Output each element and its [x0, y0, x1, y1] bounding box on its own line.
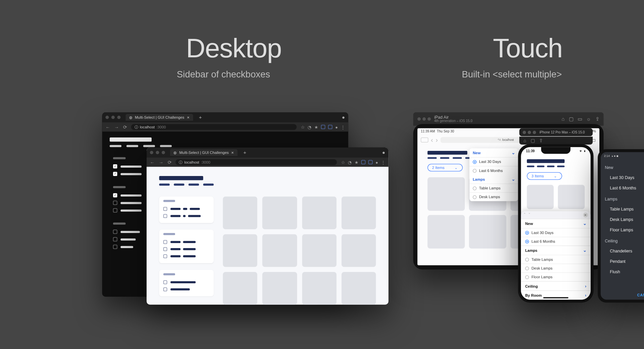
home-icon[interactable]: ⌂	[561, 116, 565, 122]
mic-icon[interactable]: ●	[375, 160, 378, 165]
rotate-icon[interactable]: ▭	[578, 116, 582, 122]
address-field[interactable]: localhost:3000	[131, 124, 297, 130]
window-dot[interactable]	[428, 117, 431, 121]
menu-icon[interactable]: ⋮	[381, 160, 385, 165]
window-dot[interactable]	[162, 151, 165, 154]
ext-icon[interactable]	[361, 160, 366, 164]
optgroup-header[interactable]: Ceiling›	[521, 281, 591, 291]
checkbox-icon[interactable]	[163, 214, 167, 218]
option-row[interactable]: Last 30 Days✓	[605, 172, 644, 183]
checkbox-icon[interactable]	[163, 254, 167, 258]
forward-icon[interactable]: →	[159, 160, 163, 165]
ext-icon[interactable]: ★	[314, 125, 318, 129]
select-dialog[interactable]: New Last 30 Days✓ Last 6 Months✓ Lamps T…	[601, 159, 644, 280]
window-dot[interactable]	[528, 130, 531, 134]
option-row[interactable]: Table Lamps	[605, 204, 644, 214]
option-row[interactable]: Desk Lamps	[470, 192, 518, 201]
result-tile[interactable]	[469, 215, 506, 248]
option-row[interactable]: Pendant	[605, 256, 644, 267]
home-indicator[interactable]	[543, 297, 569, 298]
option-row[interactable]: Table Lamps	[470, 184, 518, 192]
ext-icon[interactable]	[328, 125, 332, 129]
checkbox-icon[interactable]: ✓	[113, 172, 117, 176]
address-field[interactable]: localhost:3000	[175, 159, 337, 165]
share-icon[interactable]: ⇪	[595, 116, 600, 122]
browser-tab[interactable]: ◍ Multi-Select | GUI Challenges ✕	[170, 149, 237, 156]
option-row[interactable]: Table Lamps	[521, 255, 591, 264]
filter-row[interactable]	[163, 286, 210, 293]
result-tile[interactable]	[302, 272, 336, 305]
star-icon[interactable]: ☆	[341, 160, 345, 165]
close-icon[interactable]: ✕	[187, 115, 190, 119]
screenshot-icon[interactable]: ▢	[569, 116, 574, 122]
filter-row[interactable]	[163, 213, 210, 220]
mic-icon[interactable]: ●	[335, 125, 338, 129]
window-dot[interactable]	[106, 116, 109, 119]
optgroup-header[interactable]: Lamps⌄	[521, 246, 591, 255]
checkbox-icon[interactable]	[113, 230, 117, 234]
option-row[interactable]: Last 6 Months	[470, 166, 518, 175]
option-row[interactable]: Desk Lamps	[521, 264, 591, 272]
window-dot[interactable]	[111, 116, 115, 119]
option-row[interactable]: Last 30 Days	[521, 228, 591, 237]
overflow-icon[interactable]: ●	[342, 114, 345, 120]
checkbox-icon[interactable]: ✓	[113, 164, 117, 169]
menu-icon[interactable]: ⋮	[341, 125, 345, 129]
select-popover[interactable]: New⌄ Last 30 Days Last 6 Months Lamps⌄ T…	[470, 149, 518, 201]
checkbox-icon[interactable]	[113, 237, 117, 242]
result-tile[interactable]	[262, 272, 297, 305]
window-dot[interactable]	[117, 116, 121, 119]
multiselect-trigger[interactable]: 3 Items	[527, 172, 562, 180]
option-row[interactable]: Flush	[605, 267, 644, 277]
checkbox-icon[interactable]	[113, 201, 117, 205]
cancel-button[interactable]: CANCEL	[637, 293, 644, 297]
window-dot[interactable]	[523, 130, 526, 134]
checkbox-icon[interactable]	[113, 208, 117, 213]
window-dot[interactable]	[418, 117, 421, 121]
star-icon[interactable]: ☆	[301, 125, 305, 129]
optgroup-header[interactable]: Lamps⌄	[470, 175, 518, 183]
next-field-icon[interactable]: ˅	[528, 213, 530, 218]
result-tile[interactable]	[428, 177, 465, 211]
browser-tab[interactable]: ◍ Multi-Select | GUI Challenges ✕	[126, 114, 193, 121]
prev-field-icon[interactable]: ˄	[524, 213, 526, 218]
share-icon[interactable]: ⇪	[539, 138, 543, 143]
close-icon[interactable]: ✕	[231, 151, 234, 154]
option-row[interactable]: Last 6 Months	[521, 237, 591, 245]
result-tile[interactable]	[527, 185, 554, 209]
window-dot[interactable]	[150, 151, 153, 154]
ext-icon[interactable]: ★	[355, 160, 358, 165]
site-info-icon[interactable]	[135, 124, 138, 130]
back-icon[interactable]: ‹	[431, 136, 433, 144]
site-info-icon[interactable]	[179, 160, 182, 165]
sidebar-icon[interactable]	[421, 137, 429, 142]
option-row[interactable]: Chandeliers	[605, 246, 644, 256]
back-icon[interactable]: ←	[150, 160, 155, 165]
filter-row[interactable]	[163, 206, 210, 213]
checkbox-icon[interactable]: ✓	[113, 193, 117, 197]
select-sheet[interactable]: ˄˅ ✕ New⌄ Last 30 Days Last 6 Months Lam…	[521, 211, 591, 300]
forward-icon[interactable]: →	[114, 124, 119, 129]
option-row[interactable]: Last 6 Months✓	[605, 183, 644, 193]
result-tile[interactable]	[223, 234, 258, 267]
multiselect-trigger[interactable]: 2 Items	[428, 164, 463, 172]
result-tile[interactable]	[341, 234, 376, 267]
window-dot[interactable]	[423, 117, 426, 121]
overflow-icon[interactable]: ●	[382, 150, 385, 156]
ext-icon[interactable]: ◔	[348, 160, 352, 165]
home-icon[interactable]: ⌂	[524, 138, 526, 143]
new-tab-button[interactable]: +	[199, 114, 202, 120]
result-tile[interactable]	[223, 196, 258, 229]
filter-row[interactable]	[163, 253, 210, 260]
option-row[interactable]: Floor Lamps	[521, 273, 591, 281]
appearance-icon[interactable]: ☼	[586, 116, 591, 122]
ext-icon[interactable]: ◔	[308, 125, 311, 129]
close-icon[interactable]: ✕	[583, 213, 588, 218]
filter-row[interactable]	[163, 246, 210, 253]
option-row[interactable]: Last 30 Days	[470, 157, 518, 166]
new-tab-button[interactable]: +	[244, 150, 247, 156]
optgroup-header[interactable]: New⌄	[470, 149, 518, 157]
result-tile[interactable]	[223, 272, 258, 305]
ext-icon[interactable]	[321, 125, 325, 129]
checkbox-icon[interactable]	[163, 280, 167, 284]
